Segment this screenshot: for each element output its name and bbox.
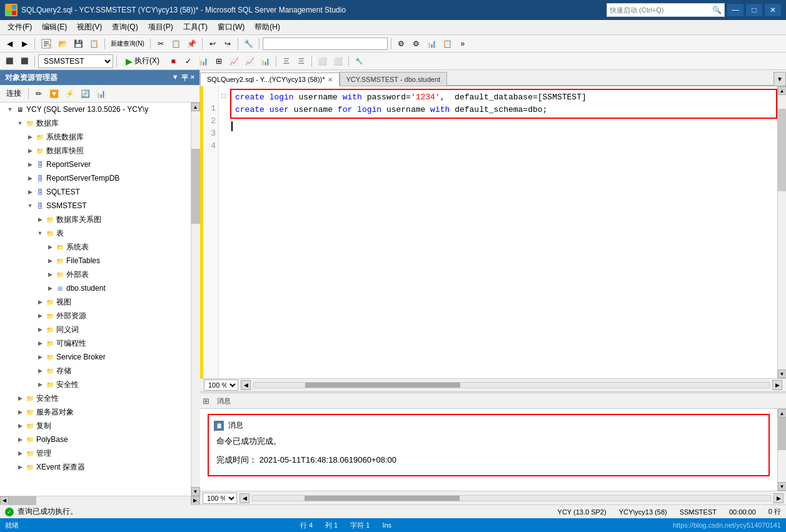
- tab-scroll-btn[interactable]: ▼: [773, 72, 786, 86]
- rep-expander[interactable]: ▶: [15, 421, 25, 431]
- indent-btn[interactable]: ⬛: [3, 54, 16, 68]
- tree-item-reportservertempdb[interactable]: ▶ 🗄 ReportServerTempDB: [0, 171, 191, 185]
- menu-help[interactable]: 帮助(H): [249, 21, 285, 34]
- et-expander[interactable]: ▶: [45, 269, 55, 279]
- stop-btn[interactable]: ■: [166, 54, 180, 68]
- indent-increase-btn[interactable]: ⬜: [315, 54, 330, 68]
- ft-expander[interactable]: ▶: [45, 256, 55, 266]
- tab-sqlquery2[interactable]: SQLQuery2.sql - Y...(YCY\ycy13 (58))* ✕: [200, 73, 340, 86]
- oe-filter-btn[interactable]: 🔽: [47, 87, 61, 101]
- menu-edit[interactable]: 编辑(E): [37, 21, 72, 34]
- more-buttons[interactable]: ⚙: [395, 37, 408, 51]
- quick-search-input[interactable]: [610, 6, 710, 14]
- results-hscroll-right[interactable]: ▶: [773, 493, 783, 503]
- tree-item-storage[interactable]: ▶ 📁 存储: [0, 364, 191, 378]
- parse-btn[interactable]: ✓: [181, 54, 195, 68]
- paste-button[interactable]: 📌: [184, 37, 199, 51]
- undo-button[interactable]: ↩: [206, 37, 219, 51]
- results-tab-messages[interactable]: 消息: [212, 395, 236, 407]
- toolbar-btn4[interactable]: 📋: [440, 37, 455, 51]
- tree-item-service-broker[interactable]: ▶ 📁 Service Broker: [0, 350, 191, 364]
- tab-dbo-student[interactable]: YCY.SSMSTEST - dbo.student: [340, 72, 448, 86]
- prog-expander[interactable]: ▶: [35, 338, 45, 348]
- databases-expander[interactable]: ▼: [15, 118, 25, 128]
- results-zoom-select[interactable]: 100 %: [203, 493, 237, 504]
- ssmstest-expander[interactable]: ▼: [25, 201, 35, 211]
- comment-btn[interactable]: 三: [280, 54, 293, 68]
- oe-float-icon[interactable]: 平: [181, 73, 188, 83]
- tree-item-security[interactable]: ▶ 📁 安全性: [0, 378, 191, 391]
- indent-decrease-btn[interactable]: ⬜: [331, 54, 345, 68]
- results-hscroll-left[interactable]: ◀: [239, 493, 249, 503]
- show-plan-btn[interactable]: 📈: [227, 54, 241, 68]
- dbostudent-expander[interactable]: ▶: [45, 283, 55, 293]
- tree-item-external-resources[interactable]: ▶ 📁 外部资源: [0, 309, 191, 323]
- menu-window[interactable]: 窗口(W): [213, 21, 249, 34]
- oe-scroll-down[interactable]: ▼: [191, 487, 200, 496]
- oe-filter2-btn[interactable]: ⚡: [63, 87, 77, 101]
- xe-expander[interactable]: ▶: [15, 462, 25, 472]
- open-file-button[interactable]: 📂: [56, 37, 70, 51]
- syn-expander[interactable]: ▶: [35, 324, 45, 334]
- oe-scroll-thumb[interactable]: [191, 149, 200, 224]
- sqltest-expander[interactable]: ▶: [25, 187, 35, 197]
- save-all-button[interactable]: 📋: [87, 37, 101, 51]
- display-results-btn[interactable]: 📊: [196, 54, 211, 68]
- oe-pin-icon[interactable]: ▼: [172, 73, 179, 83]
- tree-item-sysdb[interactable]: ▶ 📁 系统数据库: [0, 130, 191, 144]
- tree-item-diagrams[interactable]: ▶ 📁 数据库关系图: [0, 213, 191, 226]
- results-scroll-up[interactable]: ▲: [778, 409, 787, 418]
- oe-scroll-track[interactable]: [191, 111, 200, 487]
- storage-expander[interactable]: ▶: [35, 366, 45, 376]
- results-scroll-thumb[interactable]: [778, 418, 787, 450]
- rs-expander[interactable]: ▶: [25, 159, 35, 169]
- systables-expander[interactable]: ▶: [45, 242, 55, 252]
- tree-item-tables[interactable]: ▼ 📁 表: [0, 226, 191, 240]
- show-client-btn[interactable]: 📈: [243, 54, 257, 68]
- results-hscroll-thumb[interactable]: [305, 496, 460, 501]
- editor-scroll-track[interactable]: [778, 95, 787, 369]
- maximize-button[interactable]: □: [746, 4, 762, 16]
- oe-properties-btn[interactable]: 📊: [94, 87, 108, 101]
- new-query2-btn[interactable]: 新建查询(N): [108, 37, 147, 51]
- tree-item-external-tables[interactable]: ▶ 📁 外部表: [0, 268, 191, 281]
- sec2-expander[interactable]: ▶: [15, 393, 25, 403]
- settings-button[interactable]: ⚙: [410, 37, 423, 51]
- quick-search-box[interactable]: 🔍: [607, 3, 725, 17]
- results-scroll-down[interactable]: ▼: [778, 482, 787, 491]
- back-button[interactable]: ◀: [3, 37, 16, 51]
- oe-scroll-up[interactable]: ▲: [191, 103, 200, 111]
- tree-item-server-objects[interactable]: ▶ 📁 服务器对象: [0, 405, 191, 419]
- editor-zoom-select[interactable]: 100 %: [204, 379, 238, 391]
- editor-scroll-up[interactable]: ▲: [778, 86, 787, 95]
- results-scroll-track[interactable]: [778, 418, 787, 482]
- tables-expander[interactable]: ▼: [35, 228, 45, 238]
- oe-hscroll-right[interactable]: ▶: [191, 496, 199, 505]
- toolbar-more[interactable]: »: [456, 37, 470, 51]
- editor-scroll-down[interactable]: ▼: [778, 369, 787, 378]
- er-expander[interactable]: ▶: [35, 311, 45, 321]
- specify-values-btn[interactable]: 🔧: [352, 54, 366, 68]
- tree-item-management[interactable]: ▶ 📁 管理: [0, 446, 191, 460]
- editor-hscroll-left[interactable]: ◀: [241, 380, 251, 390]
- debug-button[interactable]: 🔧: [241, 37, 256, 51]
- menu-tools[interactable]: 工具(T): [178, 21, 213, 34]
- menu-query[interactable]: 查询(Q): [107, 21, 143, 34]
- oe-hscroll-thumb[interactable]: [9, 496, 36, 505]
- tab-sqlquery2-close[interactable]: ✕: [328, 76, 333, 83]
- tree-item-xevent[interactable]: ▶ 📁 XEvent 探查器: [0, 460, 191, 474]
- tree-item-programmability[interactable]: ▶ 📁 可编程性: [0, 336, 191, 350]
- rstempdb-expander[interactable]: ▶: [25, 173, 35, 183]
- tree-item-systables[interactable]: ▶ 📁 系统表: [0, 240, 191, 254]
- snapshots-expander[interactable]: ▶: [25, 146, 35, 156]
- forward-button[interactable]: ▶: [18, 37, 31, 51]
- uncomment-btn[interactable]: 三: [295, 54, 308, 68]
- so-expander[interactable]: ▶: [15, 407, 25, 417]
- oe-connect-label[interactable]: 连接: [3, 87, 25, 100]
- search-toolbar-input[interactable]: [263, 38, 388, 50]
- oe-refresh-btn[interactable]: 🔄: [78, 87, 93, 101]
- editor-hscroll-thumb[interactable]: [305, 383, 460, 388]
- minimize-button[interactable]: —: [727, 4, 743, 16]
- save-button[interactable]: 💾: [71, 37, 86, 51]
- oe-new-query-btn[interactable]: ✏: [32, 87, 46, 101]
